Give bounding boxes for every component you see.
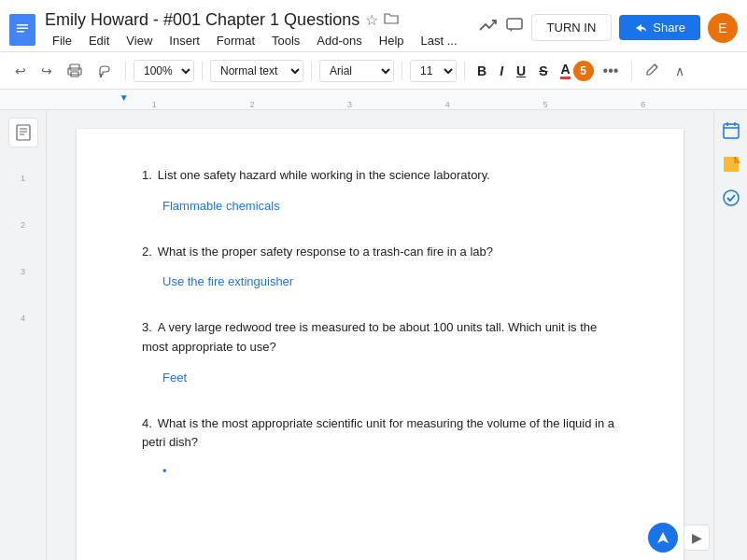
font-select[interactable]: Arial Times New Roman [319,60,394,82]
style-select[interactable]: Normal text Heading 1 Heading 2 [210,60,303,82]
answer-bullet-4[interactable]: • [162,464,618,478]
doc-area: 1.List one safety hazard while working i… [47,110,713,560]
question-text-4: 4.What is the most appropriate scientifi… [142,414,618,454]
svg-rect-14 [724,124,739,138]
zoom-select[interactable]: 100% 75% 125% [134,60,194,82]
svg-rect-10 [17,125,30,140]
right-sidebar [713,110,747,560]
avatar[interactable]: E [708,13,738,43]
question-number-4: 4. [142,414,152,434]
ruler-mark-4: 4 [445,100,450,109]
more-button[interactable]: ••• [598,59,625,83]
sticky-note-icon[interactable] [718,151,744,177]
right-buttons: TURN IN Share E [479,13,738,47]
ruler: ▼ 1 2 3 4 5 6 [0,90,747,110]
menu-edit[interactable]: Edit [81,32,117,49]
question-item-2: 2.What is the proper safety response to … [142,243,618,293]
menu-help[interactable]: Help [372,32,412,49]
turn-in-button[interactable]: TURN IN [531,14,613,41]
ruler-mark-1: 1 [152,100,157,109]
left-margin: 1 2 3 4 [0,110,47,560]
menu-tools[interactable]: Tools [264,32,307,49]
doc-icon [9,14,35,46]
question-number-2: 2. [142,243,152,262]
redo-button[interactable]: ↪ [35,60,58,82]
margin-number-2: 2 [21,220,25,230]
chevron-up-button[interactable]: ∧ [669,60,690,82]
ruler-mark-6: 6 [641,100,645,109]
margin-number-1: 1 [21,174,25,183]
svg-point-19 [724,190,739,205]
question-text-1: 1.List one safety hazard while working i… [142,166,618,186]
ruler-indent-marker[interactable]: ▼ [120,92,129,103]
svg-rect-2 [17,27,28,29]
menu-format[interactable]: Format [209,32,262,49]
separator-4 [402,62,402,80]
separator-2 [202,62,203,80]
paint-format-button[interactable] [92,60,118,82]
separator-6 [631,62,632,80]
ruler-mark-3: 3 [347,100,352,109]
svg-rect-4 [507,19,522,29]
doc-page: 1.List one safety hazard while working i… [77,129,684,560]
separator-1 [125,62,126,80]
question-item-3: 3.A very large redwood tree is measured … [142,318,618,387]
margin-number-3: 3 [21,267,25,276]
question-number-1: 1. [142,166,152,186]
answer-text-1[interactable]: Flammable chemicals [162,197,618,217]
bold-button[interactable]: B [472,61,491,81]
separator-5 [464,62,465,80]
explore-button[interactable] [648,523,678,553]
menu-bar: File Edit View Insert Format Tools Add-o… [45,32,479,49]
main-area: 1 2 3 4 1.List one safety hazard while w… [0,110,747,560]
menu-insert[interactable]: Insert [162,32,207,49]
menu-addons[interactable]: Add-ons [309,32,369,49]
svg-line-9 [655,64,657,67]
italic-button[interactable]: I [495,61,508,81]
underline-button[interactable]: U [512,61,530,81]
font-size-select[interactable]: 11 10 12 14 [410,60,457,82]
expand-button[interactable]: ▶ [684,525,710,551]
strikethrough-button[interactable]: S [534,61,552,81]
question-item-4: 4.What is the most appropriate scientifi… [142,414,618,479]
ruler-main: ▼ 1 2 3 4 5 6 [54,90,706,109]
svg-rect-3 [17,31,24,33]
answer-text-2[interactable]: Use the fire extinguisher [162,273,618,292]
folder-icon[interactable] [384,12,399,28]
calendar-icon[interactable] [718,118,744,144]
question-text-2: 2.What is the proper safety response to … [142,243,618,262]
undo-button[interactable]: ↩ [9,60,32,82]
menu-last[interactable]: Last ... [414,32,465,49]
svg-rect-1 [17,24,28,26]
margin-number-4: 4 [21,314,25,323]
tasks-icon[interactable] [718,185,744,211]
answer-text-3[interactable]: Feet [162,369,618,388]
text-color-button[interactable]: A [556,59,574,82]
page-outline-button[interactable] [8,118,38,147]
title-section: Emily Howard - #001 Chapter 1 Questions … [45,10,479,49]
toolbar: ↩ ↪ 100% 75% 125% Normal text Heading 1 … [0,52,747,90]
question-number-3: 3. [142,318,152,338]
star-icon[interactable]: ☆ [365,11,378,29]
svg-marker-20 [657,532,669,543]
title-bar: Emily Howard - #001 Chapter 1 Questions … [0,0,747,52]
svg-rect-8 [100,74,102,77]
svg-rect-5 [70,64,79,70]
comment-badge: 5 [573,61,594,81]
print-button[interactable] [62,60,88,82]
doc-title: Emily Howard - #001 Chapter 1 Questions [45,10,359,30]
menu-view[interactable]: View [119,32,160,49]
share-button[interactable]: Share [619,15,700,40]
ruler-mark-5: 5 [543,100,548,109]
svg-rect-0 [14,20,31,40]
doc-title-row: Emily Howard - #001 Chapter 1 Questions … [45,10,479,30]
ruler-mark-2: 2 [249,100,254,109]
trend-icon[interactable] [479,17,498,38]
pencil-button[interactable] [640,60,666,82]
question-text-3: 3.A very large redwood tree is measured … [142,318,618,357]
comment-icon[interactable] [505,17,524,38]
question-item-1: 1.List one safety hazard while working i… [142,166,618,217]
menu-file[interactable]: File [45,32,79,49]
separator-3 [311,62,312,80]
